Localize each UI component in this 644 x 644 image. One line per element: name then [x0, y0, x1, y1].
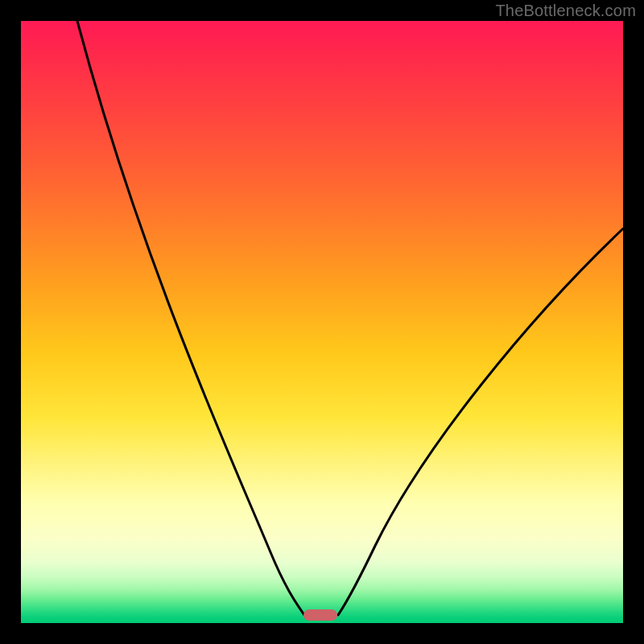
curve-right-branch [338, 229, 623, 615]
bottleneck-curve [21, 21, 623, 623]
watermark-text: TheBottleneck.com [495, 2, 636, 20]
bottleneck-marker [303, 609, 337, 621]
curve-left-branch [77, 21, 304, 615]
plot-frame [21, 21, 623, 623]
